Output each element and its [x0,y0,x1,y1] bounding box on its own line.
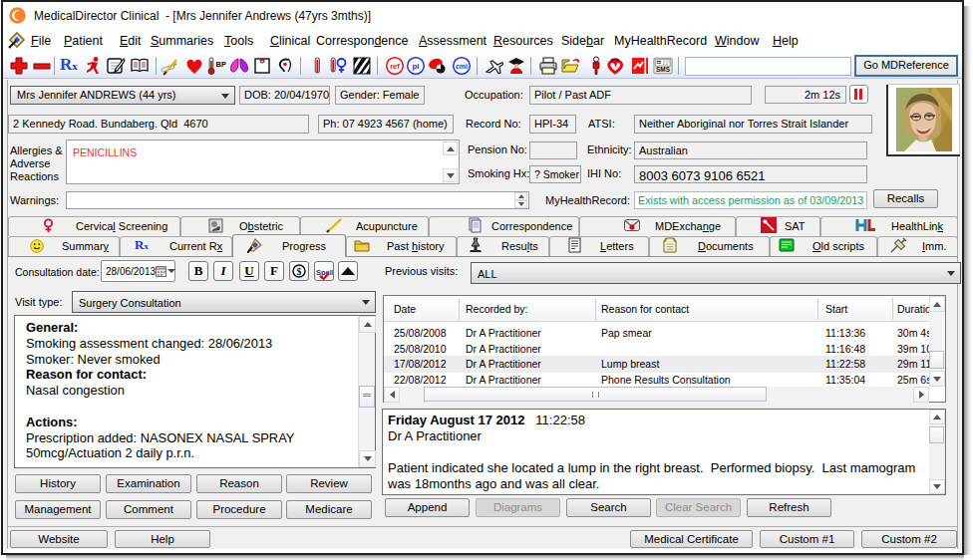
svg-text:SMS: SMS [656,66,670,73]
svg-text:pi: pi [412,62,419,71]
svg-text:BP: BP [216,60,226,69]
svg-text:$: $ [297,266,302,277]
svg-text:ref: ref [390,62,400,71]
svg-text:cmi: cmi [456,63,468,70]
